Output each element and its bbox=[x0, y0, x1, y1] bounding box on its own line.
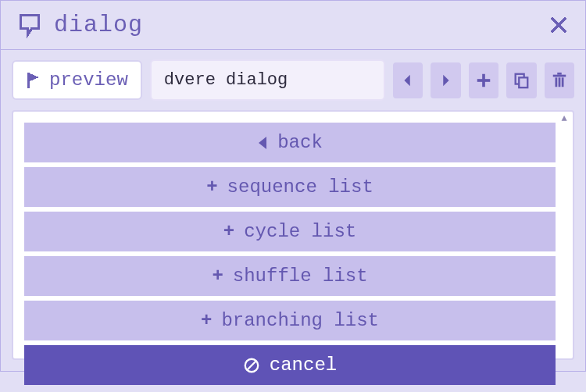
list-item-label: cycle list bbox=[244, 221, 356, 242]
flag-icon bbox=[26, 72, 41, 89]
scrollbar[interactable]: ▲ bbox=[559, 115, 570, 355]
titlebar: dialog bbox=[1, 1, 585, 50]
list-item-label: sequence list bbox=[227, 176, 373, 198]
scroll-up-icon[interactable]: ▲ bbox=[559, 115, 570, 126]
svg-rect-0 bbox=[27, 73, 30, 88]
cancel-button[interactable]: cancel bbox=[24, 345, 556, 385]
add-sequence-list-button[interactable]: + sequence list bbox=[24, 167, 556, 207]
dialog-panel: dialog preview bbox=[0, 0, 586, 372]
list-area: back + sequence list + cycle list + shuf… bbox=[12, 110, 574, 360]
close-button[interactable] bbox=[548, 14, 570, 36]
cancel-icon bbox=[243, 357, 260, 374]
add-shuffle-list-button[interactable]: + shuffle list bbox=[24, 256, 556, 296]
svg-rect-7 bbox=[555, 77, 557, 87]
list-item-label: branching list bbox=[221, 310, 379, 331]
back-button[interactable]: back bbox=[24, 123, 556, 162]
svg-rect-6 bbox=[557, 72, 562, 74]
svg-line-11 bbox=[247, 361, 255, 369]
plus-icon: + bbox=[201, 310, 212, 331]
back-label: back bbox=[277, 132, 323, 153]
svg-rect-8 bbox=[558, 77, 560, 87]
plus-icon: + bbox=[206, 176, 217, 198]
panel-title: dialog bbox=[54, 12, 143, 38]
preview-button[interactable]: preview bbox=[12, 60, 142, 100]
svg-rect-4 bbox=[520, 77, 528, 87]
svg-rect-5 bbox=[553, 74, 566, 77]
cancel-label: cancel bbox=[270, 355, 337, 376]
toolbar: preview bbox=[1, 50, 585, 110]
delete-button[interactable] bbox=[545, 62, 574, 98]
plus-icon: + bbox=[223, 221, 234, 242]
titlebar-left: dialog bbox=[16, 12, 143, 38]
prev-button[interactable] bbox=[393, 62, 423, 98]
add-cycle-list-button[interactable]: + cycle list bbox=[24, 212, 556, 251]
add-button[interactable] bbox=[469, 62, 498, 98]
next-button[interactable] bbox=[431, 62, 460, 98]
preview-label: preview bbox=[49, 69, 128, 91]
list-item-label: shuffle list bbox=[233, 265, 368, 287]
copy-button[interactable] bbox=[506, 62, 536, 98]
dialog-name-input[interactable] bbox=[150, 59, 385, 101]
plus-icon: + bbox=[212, 265, 223, 287]
svg-rect-9 bbox=[562, 77, 564, 87]
dialog-icon bbox=[16, 12, 43, 38]
arrow-left-icon bbox=[257, 136, 268, 150]
add-branching-list-button[interactable]: + branching list bbox=[24, 301, 556, 340]
svg-rect-2 bbox=[477, 79, 491, 82]
